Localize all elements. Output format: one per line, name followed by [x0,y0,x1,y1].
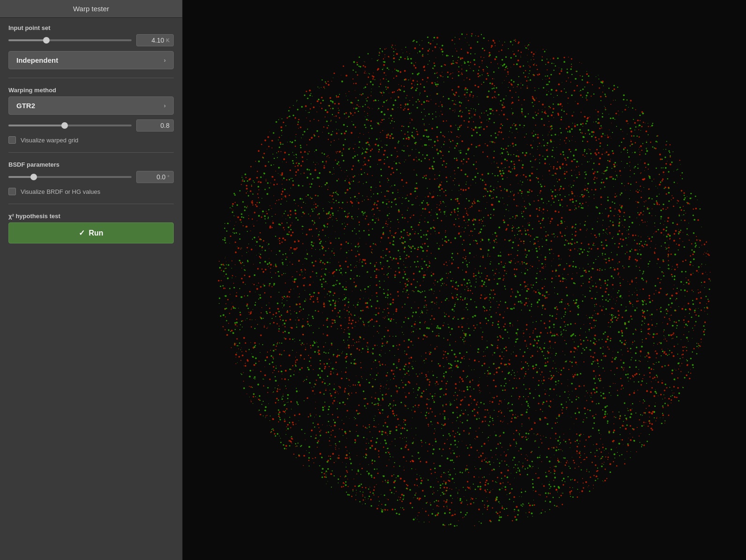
warping-dropdown-label: GTR2 [16,102,35,110]
visualize-grid-row: Visualize warped grid [8,136,174,144]
divider-2 [8,152,174,153]
viz-canvas [183,0,746,560]
warping-dropdown-chevron: › [164,102,166,109]
panel-title: Warp tester [0,0,182,18]
visualize-brdf-row: Visualize BRDF or HG values [8,188,174,195]
warping-value-box: 0.8 [136,119,174,132]
bsdf-value: 0.0 [156,173,165,181]
left-panel: Warp tester Input point set 4.10 K Indep… [0,0,183,560]
warping-slider-thumb[interactable] [61,122,68,129]
visualize-brdf-checkbox[interactable] [8,188,16,195]
bsdf-suffix: ° [168,174,170,180]
warping-method-section: Warping method GTR2 › 0.8 Visualize warp… [8,87,174,144]
input-dropdown-label: Independent [16,56,58,64]
run-label: Run [89,229,103,237]
input-value: 4.10 [151,37,164,44]
warping-value: 0.8 [161,122,170,129]
input-slider-track[interactable] [8,39,132,41]
run-button[interactable]: ✓ Run [8,222,174,243]
visualization-area [183,0,746,560]
input-value-box: 4.10 K [136,34,174,46]
visualize-brdf-label: Visualize BRDF or HG values [21,188,100,195]
hypothesis-section: χ² hypothesis test ✓ Run [8,213,174,243]
bsdf-slider-thumb[interactable] [30,174,37,180]
warping-method-label: Warping method [8,87,174,94]
run-icon: ✓ [79,228,85,237]
input-suffix: K [166,37,170,43]
bsdf-value-box: 0.0 ° [136,171,174,183]
bsdf-section: BSDF parameters 0.0 ° Visualize BRDF or … [8,161,174,195]
warping-slider-track[interactable] [8,125,132,126]
visualize-grid-checkbox[interactable] [8,136,16,144]
bsdf-label: BSDF parameters [8,161,174,168]
input-dropdown-chevron: › [164,57,166,64]
warping-dropdown-button[interactable]: GTR2 › [8,96,174,115]
input-dropdown-button[interactable]: Independent › [8,51,174,69]
input-slider-row: 4.10 K [8,34,174,46]
input-point-set-label: Input point set [8,24,174,31]
visualize-grid-label: Visualize warped grid [21,137,78,144]
divider-1 [8,78,174,78]
panel-body: Input point set 4.10 K Independent › War… [0,18,182,250]
hypothesis-label: χ² hypothesis test [8,213,174,220]
warping-slider-row: 0.8 [8,119,174,132]
input-slider-thumb[interactable] [43,37,50,44]
bsdf-slider-row: 0.0 ° [8,171,174,183]
input-point-set-section: Input point set 4.10 K Independent › [8,24,174,69]
bsdf-slider-track[interactable] [8,176,132,178]
divider-3 [8,204,174,204]
